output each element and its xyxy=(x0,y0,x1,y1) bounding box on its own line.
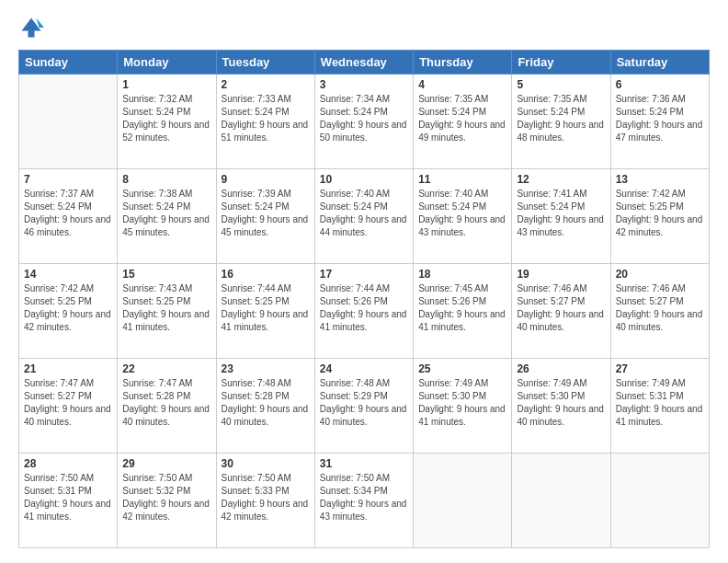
day-info: Sunrise: 7:37 AMSunset: 5:24 PMDaylight:… xyxy=(24,188,112,239)
calendar-cell: 29Sunrise: 7:50 AMSunset: 5:32 PMDayligh… xyxy=(118,454,216,548)
day-info: Sunrise: 7:36 AMSunset: 5:24 PMDaylight:… xyxy=(616,93,704,144)
logo-icon xyxy=(18,15,44,40)
day-info: Sunrise: 7:49 AMSunset: 5:31 PMDaylight:… xyxy=(616,377,704,429)
calendar-cell: 6Sunrise: 7:36 AMSunset: 5:24 PMDaylight… xyxy=(610,75,709,169)
day-info: Sunrise: 7:34 AMSunset: 5:24 PMDaylight:… xyxy=(320,93,408,144)
calendar-cell: 1Sunrise: 7:32 AMSunset: 5:24 PMDaylight… xyxy=(118,75,216,169)
day-number: 25 xyxy=(418,362,506,375)
day-number: 18 xyxy=(418,268,506,281)
day-info: Sunrise: 7:47 AMSunset: 5:28 PMDaylight:… xyxy=(122,377,210,429)
calendar-cell: 7Sunrise: 7:37 AMSunset: 5:24 PMDaylight… xyxy=(19,169,118,264)
calendar-week-row: 7Sunrise: 7:37 AMSunset: 5:24 PMDaylight… xyxy=(19,169,710,264)
day-info: Sunrise: 7:43 AMSunset: 5:25 PMDaylight:… xyxy=(122,282,210,334)
day-number: 19 xyxy=(517,268,605,281)
day-info: Sunrise: 7:49 AMSunset: 5:30 PMDaylight:… xyxy=(517,377,605,429)
day-number: 27 xyxy=(616,362,704,375)
calendar-week-row: 28Sunrise: 7:50 AMSunset: 5:31 PMDayligh… xyxy=(19,454,710,548)
day-header-saturday: Saturday xyxy=(610,51,709,75)
day-info: Sunrise: 7:41 AMSunset: 5:24 PMDaylight:… xyxy=(517,188,605,239)
day-info: Sunrise: 7:50 AMSunset: 5:34 PMDaylight:… xyxy=(320,472,408,523)
day-header-friday: Friday xyxy=(512,51,610,75)
day-number: 16 xyxy=(222,268,310,281)
day-number: 28 xyxy=(24,457,112,470)
day-number: 2 xyxy=(222,78,310,91)
calendar-cell: 18Sunrise: 7:45 AMSunset: 5:26 PMDayligh… xyxy=(414,264,512,359)
day-number: 30 xyxy=(222,457,310,470)
calendar-cell: 12Sunrise: 7:41 AMSunset: 5:24 PMDayligh… xyxy=(512,169,610,264)
calendar-week-row: 21Sunrise: 7:47 AMSunset: 5:27 PMDayligh… xyxy=(19,359,710,454)
day-info: Sunrise: 7:48 AMSunset: 5:29 PMDaylight:… xyxy=(320,377,408,429)
day-number: 1 xyxy=(122,78,210,91)
day-number: 29 xyxy=(122,457,210,470)
calendar-cell: 8Sunrise: 7:38 AMSunset: 5:24 PMDaylight… xyxy=(118,169,216,264)
day-number: 14 xyxy=(24,268,112,281)
day-header-sunday: Sunday xyxy=(19,51,118,75)
day-number: 10 xyxy=(320,173,408,186)
day-number: 21 xyxy=(24,362,112,375)
day-info: Sunrise: 7:35 AMSunset: 5:24 PMDaylight:… xyxy=(418,93,506,144)
calendar-cell: 24Sunrise: 7:48 AMSunset: 5:29 PMDayligh… xyxy=(314,359,413,454)
day-info: Sunrise: 7:38 AMSunset: 5:24 PMDaylight:… xyxy=(122,188,210,239)
calendar-cell: 13Sunrise: 7:42 AMSunset: 5:25 PMDayligh… xyxy=(610,169,709,264)
calendar-cell: 10Sunrise: 7:40 AMSunset: 5:24 PMDayligh… xyxy=(314,169,413,264)
day-number: 20 xyxy=(616,268,704,281)
calendar-cell: 19Sunrise: 7:46 AMSunset: 5:27 PMDayligh… xyxy=(512,264,610,359)
calendar-cell xyxy=(512,454,610,548)
day-info: Sunrise: 7:40 AMSunset: 5:24 PMDaylight:… xyxy=(320,188,408,239)
calendar-cell: 20Sunrise: 7:46 AMSunset: 5:27 PMDayligh… xyxy=(610,264,709,359)
day-info: Sunrise: 7:47 AMSunset: 5:27 PMDaylight:… xyxy=(24,377,112,429)
day-number: 15 xyxy=(122,268,210,281)
calendar-cell: 27Sunrise: 7:49 AMSunset: 5:31 PMDayligh… xyxy=(610,359,709,454)
calendar-cell: 26Sunrise: 7:49 AMSunset: 5:30 PMDayligh… xyxy=(512,359,610,454)
day-header-wednesday: Wednesday xyxy=(314,51,413,75)
calendar-cell: 25Sunrise: 7:49 AMSunset: 5:30 PMDayligh… xyxy=(414,359,512,454)
day-info: Sunrise: 7:49 AMSunset: 5:30 PMDaylight:… xyxy=(418,377,506,429)
calendar-cell xyxy=(610,454,709,548)
day-info: Sunrise: 7:45 AMSunset: 5:26 PMDaylight:… xyxy=(418,282,506,334)
calendar-cell: 4Sunrise: 7:35 AMSunset: 5:24 PMDaylight… xyxy=(414,75,512,169)
calendar-cell: 2Sunrise: 7:33 AMSunset: 5:24 PMDaylight… xyxy=(216,75,314,169)
calendar-cell: 23Sunrise: 7:48 AMSunset: 5:28 PMDayligh… xyxy=(216,359,314,454)
day-number: 17 xyxy=(320,268,408,281)
day-header-tuesday: Tuesday xyxy=(216,51,314,75)
calendar-cell: 14Sunrise: 7:42 AMSunset: 5:25 PMDayligh… xyxy=(19,264,118,359)
calendar-cell xyxy=(19,75,118,169)
day-number: 7 xyxy=(24,173,112,186)
day-info: Sunrise: 7:42 AMSunset: 5:25 PMDaylight:… xyxy=(616,188,704,239)
calendar-cell: 28Sunrise: 7:50 AMSunset: 5:31 PMDayligh… xyxy=(19,454,118,548)
page: SundayMondayTuesdayWednesdayThursdayFrid… xyxy=(0,0,728,563)
calendar-cell: 11Sunrise: 7:40 AMSunset: 5:24 PMDayligh… xyxy=(414,169,512,264)
day-number: 6 xyxy=(616,78,704,91)
calendar-cell: 16Sunrise: 7:44 AMSunset: 5:25 PMDayligh… xyxy=(216,264,314,359)
day-info: Sunrise: 7:32 AMSunset: 5:24 PMDaylight:… xyxy=(122,93,210,144)
day-info: Sunrise: 7:50 AMSunset: 5:32 PMDaylight:… xyxy=(122,472,210,523)
day-number: 26 xyxy=(517,362,605,375)
calendar-cell xyxy=(414,454,512,548)
calendar-week-row: 14Sunrise: 7:42 AMSunset: 5:25 PMDayligh… xyxy=(19,264,710,359)
day-info: Sunrise: 7:44 AMSunset: 5:25 PMDaylight:… xyxy=(222,282,310,334)
day-number: 8 xyxy=(122,173,210,186)
calendar-cell: 30Sunrise: 7:50 AMSunset: 5:33 PMDayligh… xyxy=(216,454,314,548)
calendar-week-row: 1Sunrise: 7:32 AMSunset: 5:24 PMDaylight… xyxy=(19,75,710,169)
day-info: Sunrise: 7:50 AMSunset: 5:33 PMDaylight:… xyxy=(222,472,310,523)
day-number: 4 xyxy=(418,78,506,91)
day-header-monday: Monday xyxy=(118,51,216,75)
day-number: 5 xyxy=(517,78,605,91)
calendar-cell: 22Sunrise: 7:47 AMSunset: 5:28 PMDayligh… xyxy=(118,359,216,454)
day-info: Sunrise: 7:46 AMSunset: 5:27 PMDaylight:… xyxy=(517,282,605,334)
calendar-cell: 3Sunrise: 7:34 AMSunset: 5:24 PMDaylight… xyxy=(314,75,413,169)
day-info: Sunrise: 7:33 AMSunset: 5:24 PMDaylight:… xyxy=(222,93,310,144)
calendar-cell: 17Sunrise: 7:44 AMSunset: 5:26 PMDayligh… xyxy=(314,264,413,359)
day-number: 24 xyxy=(320,362,408,375)
calendar-cell: 31Sunrise: 7:50 AMSunset: 5:34 PMDayligh… xyxy=(314,454,413,548)
day-number: 3 xyxy=(320,78,408,91)
calendar-cell: 9Sunrise: 7:39 AMSunset: 5:24 PMDaylight… xyxy=(216,169,314,264)
calendar-cell: 21Sunrise: 7:47 AMSunset: 5:27 PMDayligh… xyxy=(19,359,118,454)
day-number: 23 xyxy=(222,362,310,375)
calendar-header-row: SundayMondayTuesdayWednesdayThursdayFrid… xyxy=(19,51,710,75)
day-number: 31 xyxy=(320,457,408,470)
logo xyxy=(18,15,48,40)
day-info: Sunrise: 7:42 AMSunset: 5:25 PMDaylight:… xyxy=(24,282,112,334)
header xyxy=(18,15,710,40)
calendar-cell: 15Sunrise: 7:43 AMSunset: 5:25 PMDayligh… xyxy=(118,264,216,359)
